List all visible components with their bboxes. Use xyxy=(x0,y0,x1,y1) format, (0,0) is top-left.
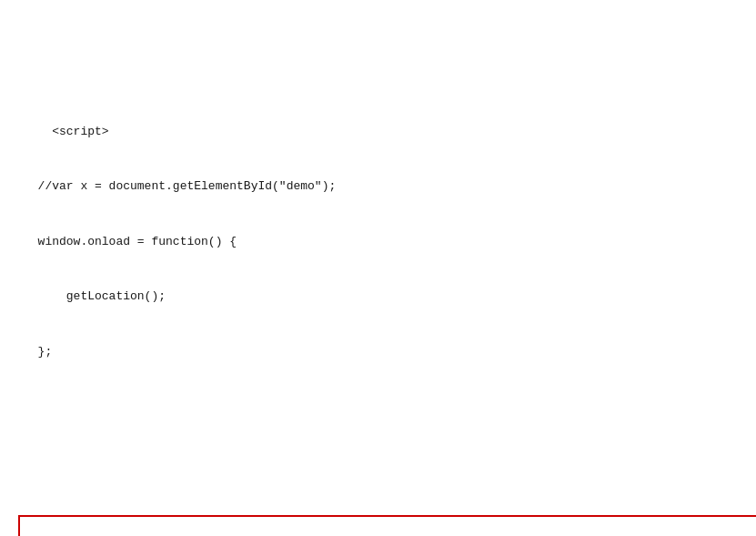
code-area: <script> //var x = document.getElementBy… xyxy=(18,9,756,536)
block1-container: function getLocation() { if (navigator.g… xyxy=(18,477,756,536)
code-line: }; xyxy=(24,343,756,361)
code-line: //var x = document.getElementById("demo"… xyxy=(24,177,756,196)
code-line: <script> xyxy=(24,123,756,141)
code-line: window.onload = function() { xyxy=(24,233,756,251)
preamble-lines: <script> //var x = document.getElementBy… xyxy=(18,83,756,401)
code-line: getLocation(); xyxy=(24,288,756,306)
getlocation-block: function getLocation() { if (navigator.g… xyxy=(18,515,756,536)
main-container: <script> //var x = document.getElementBy… xyxy=(18,9,756,536)
